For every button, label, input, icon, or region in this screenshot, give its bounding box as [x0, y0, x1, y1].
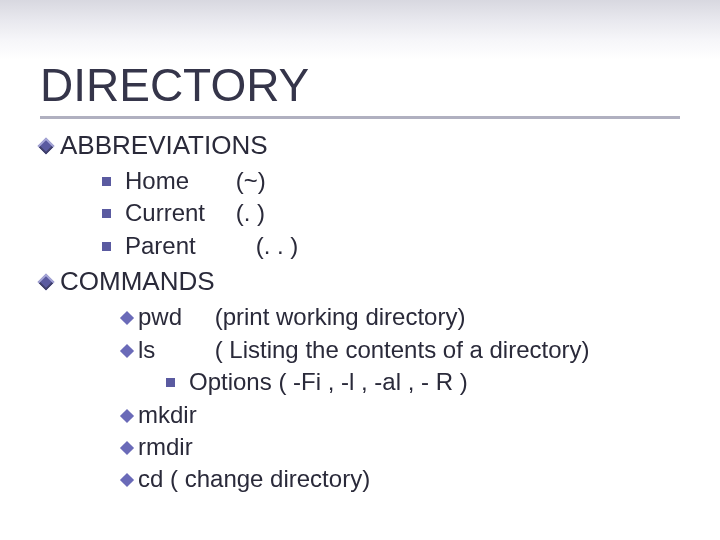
command-name: mkdir [138, 399, 208, 431]
abbrev-name: Home [125, 165, 229, 197]
command-name: ls [138, 334, 208, 366]
mini-diamond-bullet-icon [120, 408, 134, 422]
diamond-bullet-icon [38, 138, 55, 155]
diamond-bullet-icon [38, 274, 55, 291]
mini-diamond-bullet-icon [120, 473, 134, 487]
abbrev-symbol: (. ) [236, 199, 265, 226]
options-label: Options [189, 368, 272, 395]
command-name: rmdir [138, 431, 208, 463]
command-row: pwd (print working directory) [138, 301, 465, 333]
command-desc: ( Listing the contents of a directory) [215, 336, 590, 363]
mini-diamond-bullet-icon [120, 344, 134, 358]
abbrev-symbol: (. . ) [256, 232, 299, 259]
options-list: ( -Fi , -l , -al , - R ) [278, 368, 467, 395]
mini-diamond-bullet-icon [120, 441, 134, 455]
slide-content: ABBREVIATIONS Home (~) Current (. ) Pare… [40, 128, 700, 496]
abbrev-row: Parent (. . ) [125, 230, 298, 262]
command-desc: (print working directory) [215, 303, 466, 330]
section-commands: COMMANDS [60, 264, 215, 299]
abbrev-row: Home (~) [125, 165, 266, 197]
square-bullet-icon [102, 242, 111, 251]
command-name: pwd [138, 301, 208, 333]
command-row: mkdir [138, 399, 208, 431]
options-row: Options ( -Fi , -l , -al , - R ) [189, 366, 468, 398]
command-name: cd [138, 465, 163, 492]
command-row: rmdir [138, 431, 208, 463]
square-bullet-icon [166, 378, 175, 387]
abbrev-name: Current [125, 197, 229, 229]
command-row: ls ( Listing the contents of a directory… [138, 334, 590, 366]
title-underline [40, 116, 680, 119]
command-desc: ( change directory) [170, 465, 370, 492]
slide-title: DIRECTORY [40, 59, 309, 111]
abbrev-name: Parent [125, 230, 229, 262]
mini-diamond-bullet-icon [120, 311, 134, 325]
abbrev-symbol: (~) [236, 167, 266, 194]
square-bullet-icon [102, 177, 111, 186]
square-bullet-icon [102, 209, 111, 218]
abbrev-row: Current (. ) [125, 197, 265, 229]
section-abbreviations: ABBREVIATIONS [60, 128, 268, 163]
command-row: cd ( change directory) [138, 463, 370, 495]
